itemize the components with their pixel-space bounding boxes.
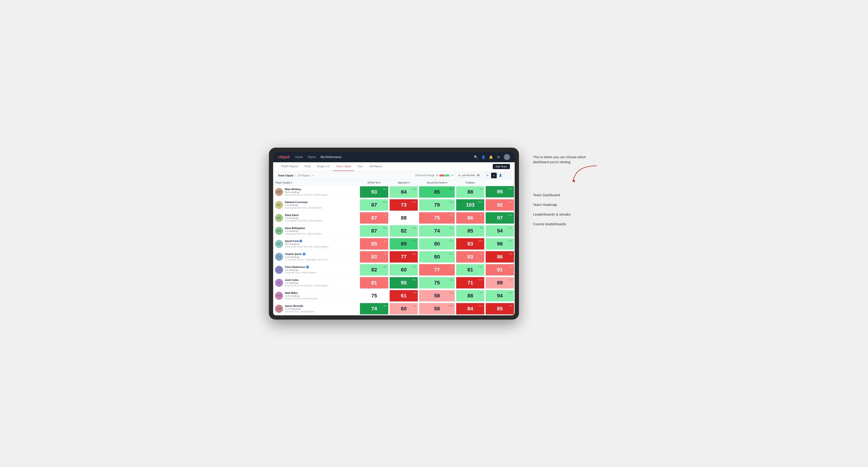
score-value: 95 [401,280,406,286]
annotation-panel: This is where you can choose which dashb… [533,148,599,226]
score-value: 80 [434,254,440,260]
score-cell-5-4: 86 -8 [485,250,515,263]
arrow-down-icon [385,253,387,255]
score-change: +8 [449,188,453,190]
score-box: 92 -3 [486,199,514,211]
score-cell-0-0: 93 +4 [359,185,389,198]
last-rounds-button[interactable]: ⊞ Last Rounds: 20 [456,173,482,178]
table-row: MM Matt Miller 6-10 Handicap Woburn Golf… [273,289,515,302]
score-cell-2-3: 86 -6 [456,211,485,224]
col-header-putting[interactable]: Putting ▾ [456,180,485,186]
score-box: 95 +9 [486,186,514,197]
player-details: Dave Billingham 1-5 Handicap Gog Magog G… [285,227,322,235]
col-header-approach[interactable]: Approach ▾ [389,180,418,186]
bar-green [445,175,450,177]
bell-icon[interactable]: 🔔 [489,155,493,159]
arrow-up-icon [511,291,513,294]
edit-icon[interactable]: ✏ [312,174,314,177]
nav-link-teams[interactable]: Teams [308,154,316,160]
nav-link-myperformance[interactable]: My Performance [320,154,341,160]
verified-icon: ✓ [299,240,302,243]
tab-pgat-players[interactable]: PGAT Players [278,162,302,171]
tab-pga[interactable]: PGA [302,162,314,171]
annotation-note: This is where you can choose which dashb… [533,155,599,184]
player-cell-1[interactable]: EC Edward Crossman 1-5 Handicap Sunningd… [273,198,359,211]
score-value: 77 [434,267,440,273]
player-cell-3[interactable]: DB Dave Billingham 1-5 Handicap Gog Mago… [273,224,359,237]
player-details: Josh Coles 1-5 Handicap Royal North Devo… [285,279,329,287]
person-view-button[interactable]: 👤 [498,173,503,178]
table-row: BM Blair McHarg Plus Handicap Royal Nort… [273,185,515,198]
player-cell-9[interactable]: AN Aaron Nicholls 11-15 Handicap Drift G… [273,302,359,315]
arrow-down-icon [415,305,416,307]
tab-team-clippd[interactable]: Team Clippd [333,162,354,171]
add-team-button[interactable]: Add Team [493,164,510,169]
score-value: 86 [467,215,473,221]
score-value: 73 [401,202,406,208]
tab-all-players[interactable]: All Players [366,162,385,171]
download-view-button[interactable]: ↓ [504,173,510,178]
tablet-device: clippd Home Teams My Performance 🔍 👤 🔔 ⚙ [269,148,519,319]
player-cell-6[interactable]: CR Chris Robertson ✓ 1-5 Handicap Craigm… [273,263,359,276]
score-change: -3 [479,227,483,229]
sub-nav-tabs: PGAT Players PGA Hcaps 1-5 Team Clippd T… [278,162,493,171]
player-cell-5[interactable]: CQ Charlie Quick ✓ 6-10 Handicap St. Geo… [273,250,359,263]
score-cell-3-1: 82 +4 [389,224,418,237]
grid-view-button[interactable]: ⊞ [485,173,490,178]
score-box: 85 -4 [486,303,514,314]
score-box: 84 +6 [390,186,418,198]
arrow-down-icon [482,279,483,281]
score-box: 103 +15 [456,199,484,211]
arrow-up-icon [415,279,416,281]
tab-hcaps[interactable]: Hcaps 1-5 [314,162,333,171]
avatar[interactable] [504,154,510,160]
score-box: 91 -3 [486,264,514,276]
score-change: +9 [449,201,453,203]
tablet-screen: clippd Home Teams My Performance 🔍 👤 🔔 ⚙ [273,152,515,315]
player-avatar: CR [275,266,283,274]
sub-nav: PGAT Players PGA Hcaps 1-5 Team Clippd T… [273,162,515,171]
score-box: 60 +2 [390,264,418,276]
nav-link-home[interactable]: Home [295,154,303,160]
arrow-down-icon [511,266,513,268]
player-name: Edward Crossman [285,201,322,204]
arrow-up-icon [415,266,416,268]
player-club: Sunningdale Golf Club, United Kingdom [285,220,322,222]
score-change: -11 [478,279,483,281]
score-box: 85 -3 [456,225,484,237]
score-box: 79 +9 [419,199,455,211]
player-club: Gog Magog Golf Club, United Kingdom [285,232,322,235]
player-info: BM Blair McHarg Plus Handicap Royal Nort… [275,188,356,196]
arrow-annotation [571,165,599,184]
user-icon[interactable]: 👤 [481,155,486,159]
bar-red [439,175,444,177]
player-club: Royal North Devon Golf Club, United King… [285,194,329,196]
score-value: 96 [497,241,503,247]
arrow-down-icon [482,188,483,190]
table-row: CQ Charlie Quick ✓ 6-10 Handicap St. Geo… [273,250,515,263]
player-cell-7[interactable]: JC Josh Coles 1-5 Handicap Royal North D… [273,276,359,289]
score-cell-6-3: 81 +4 [456,263,485,276]
search-icon[interactable]: 🔍 [474,155,478,159]
player-cell-2[interactable]: EE Elliot Ebert 1-5 Handicap Sunningdale… [273,211,359,224]
score-value: 82 [401,228,406,234]
score-cell-0-1: 84 +6 [389,185,418,198]
score-box: 89 +7 [390,238,418,250]
list-view-button[interactable]: ≡ [491,173,497,178]
settings-icon[interactable]: ⚙ [496,155,500,159]
col-header-tee[interactable]: Off the Tee ▾ [359,180,389,186]
score-cell-3-0: 87 +4 [359,224,389,237]
player-info: DB Dave Billingham 1-5 Handicap Gog Mago… [275,227,356,235]
arrow-up-icon [415,240,416,242]
player-handicap: 1-5 Handicap [285,269,316,271]
score-value: 93 [371,189,377,195]
score-change: -10 [478,240,483,242]
player-cell-0[interactable]: BM Blair McHarg Plus Handicap Royal Nort… [273,185,359,198]
nav-links: Home Teams My Performance [295,154,468,160]
tab-tour[interactable]: Tour [354,162,366,171]
player-cell-8[interactable]: MM Matt Miller 6-10 Handicap Woburn Golf… [273,289,359,302]
score-cell-7-4: 89 -2 [485,276,515,289]
score-value: 82 [371,267,377,273]
col-header-around-green[interactable]: Around the Green ▾ [418,180,456,186]
player-cell-4[interactable]: DF David Ford ✓ Plus Handicap Royal Nort… [273,237,359,250]
